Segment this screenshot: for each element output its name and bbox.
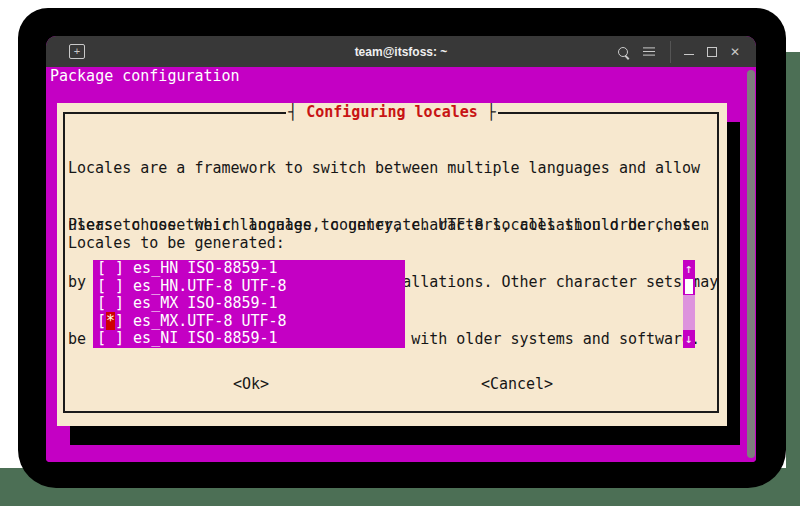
locale-label: es_NI ISO-8859-1 <box>133 329 278 347</box>
close-button[interactable]: ✕ <box>730 46 740 58</box>
terminal-scrollbar[interactable] <box>747 70 755 458</box>
locale-option[interactable]: [ ]es_HN.UTF-8 UTF-8 <box>93 278 405 296</box>
scroll-thumb[interactable] <box>683 278 695 296</box>
checkbox-close: ] <box>115 312 124 330</box>
terminal-screen: Package configuration ┤Configuring local… <box>46 67 756 462</box>
maximize-button[interactable] <box>707 47 717 57</box>
border-tick-right: ├ <box>487 103 496 121</box>
intro-line-1: Locales are a framework to switch betwee… <box>68 159 709 178</box>
screen-header: Package configuration <box>50 67 240 86</box>
scroll-track[interactable] <box>683 313 695 331</box>
ok-button[interactable]: <Ok> <box>233 375 269 394</box>
checkbox-open: [ <box>97 259 106 277</box>
checkbox-open: [ <box>97 277 106 295</box>
titlebar-actions: ✕ <box>618 36 740 67</box>
menu-icon[interactable] <box>643 51 655 53</box>
locale-label: es_MX.UTF-8 UTF-8 <box>133 312 287 330</box>
locale-label: es_MX ISO-8859-1 <box>133 294 278 312</box>
locale-option[interactable]: [ ]es_MX ISO-8859-1 <box>93 295 405 313</box>
dialog-title-text: Configuring locales <box>297 103 487 121</box>
checkbox-state <box>106 294 115 312</box>
scroll-thumb-block[interactable] <box>685 279 693 295</box>
search-icon[interactable] <box>618 47 628 57</box>
checkbox-cursor: * <box>106 312 115 330</box>
scroll-up-icon[interactable]: ↑ <box>683 260 695 278</box>
locale-option-selected[interactable]: [*]es_MX.UTF-8 UTF-8 <box>93 313 405 331</box>
terminal-window: + team@itsfoss: ~ ✕ Package configuratio… <box>46 36 756 462</box>
checkbox-close: ] <box>115 329 124 347</box>
checkbox-open: [ <box>97 312 106 330</box>
checkbox-open: [ <box>97 294 106 312</box>
checkbox-close: ] <box>115 294 124 312</box>
guidance-line-1: Please choose which locales to generate.… <box>68 216 718 235</box>
configuring-locales-dialog: ┤Configuring locales├ Locales are a fram… <box>57 103 727 426</box>
backdrop-right-band <box>786 52 800 506</box>
checkbox-close: ] <box>115 277 124 295</box>
list-scrollbar[interactable]: ↑ ↓ <box>683 260 695 348</box>
checkbox-close: ] <box>115 259 124 277</box>
minimize-button[interactable] <box>684 54 694 56</box>
window-titlebar[interactable]: + team@itsfoss: ~ ✕ <box>46 36 756 67</box>
checkbox-open: [ <box>97 329 106 347</box>
scroll-down-icon[interactable]: ↓ <box>683 330 695 348</box>
cancel-button[interactable]: <Cancel> <box>481 375 553 394</box>
border-tick-left: ┤ <box>288 103 297 121</box>
titlebar-separator <box>670 41 671 63</box>
list-label: Locales to be generated: <box>68 234 285 253</box>
locale-option[interactable]: [ ]es_NI ISO-8859-1 <box>93 330 405 348</box>
checkbox-state <box>106 259 115 277</box>
locale-option[interactable]: [ ]es_HN ISO-8859-1 <box>93 260 405 278</box>
dialog-title: ┤Configuring locales├ <box>57 103 727 122</box>
locale-list[interactable]: [ ]es_HN ISO-8859-1 [ ]es_HN.UTF-8 UTF-8… <box>93 260 405 348</box>
scroll-track[interactable] <box>683 295 695 313</box>
checkbox-state <box>106 277 115 295</box>
locale-label: es_HN ISO-8859-1 <box>133 259 278 277</box>
checkbox-state <box>106 329 115 347</box>
locale-label: es_HN.UTF-8 UTF-8 <box>133 277 287 295</box>
